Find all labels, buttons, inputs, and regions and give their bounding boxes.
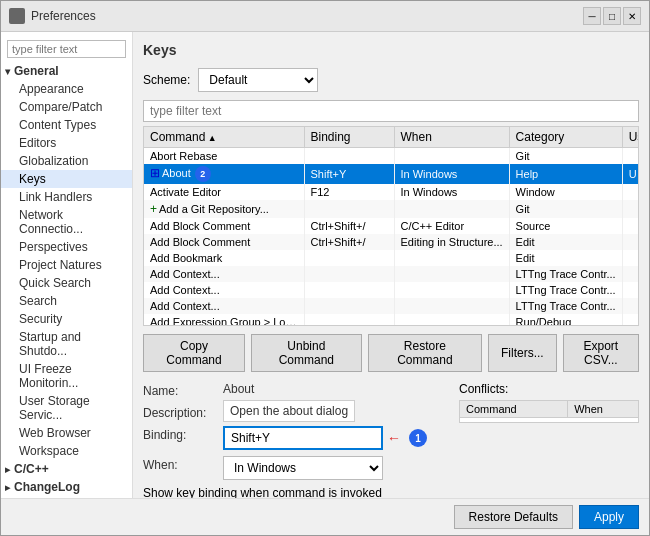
sidebar-item-link-handlers[interactable]: Link Handlers — [1, 188, 132, 206]
cell-user — [622, 266, 639, 282]
window-title: Preferences — [31, 9, 96, 23]
cell-user: U — [622, 164, 639, 184]
sidebar-item-appearance[interactable]: Appearance — [1, 80, 132, 98]
col-command[interactable]: Command — [144, 127, 304, 148]
cell-category: Source — [509, 218, 622, 234]
sidebar-item-quick-search[interactable]: Quick Search — [1, 274, 132, 292]
sidebar-item-general[interactable]: General — [1, 62, 132, 80]
right-panel: Keys Scheme: Default Command Binding — [133, 32, 649, 498]
sidebar-item-compare-patch[interactable]: Compare/Patch — [1, 98, 132, 116]
table-row[interactable]: ⊞About2 Shift+Y In Windows Help U — [144, 164, 639, 184]
cell-command: Add Context... — [144, 282, 304, 298]
sidebar-filter-input[interactable] — [7, 40, 126, 58]
table-row[interactable]: Add Block Comment Ctrl+Shift+/ C/C++ Edi… — [144, 218, 639, 234]
col-category[interactable]: Category — [509, 127, 622, 148]
sidebar-item-editors[interactable]: Editors — [1, 134, 132, 152]
restore-command-button[interactable]: Restore Command — [368, 334, 482, 372]
table-row[interactable]: Add Context... LTTng Trace Contr... — [144, 282, 639, 298]
conflict-col-when: When — [568, 401, 639, 418]
title-bar: Preferences ─ □ ✕ — [1, 1, 649, 32]
col-user[interactable]: User — [622, 127, 639, 148]
minimize-button[interactable]: ─ — [583, 7, 601, 25]
table-row[interactable]: Abort Rebase Git — [144, 148, 639, 165]
binding-badge: 1 — [409, 429, 427, 447]
copy-command-button[interactable]: Copy Command — [143, 334, 245, 372]
sidebar-item-globalization[interactable]: Globalization — [1, 152, 132, 170]
table-row[interactable]: Activate Editor F12 In Windows Window — [144, 184, 639, 200]
cell-command: Add Expression Group > Local Va... — [144, 314, 304, 326]
cell-user — [622, 200, 639, 218]
cell-user — [622, 314, 639, 326]
description-container: Open the about dialog — [223, 404, 449, 418]
maximize-button[interactable]: □ — [603, 7, 621, 25]
sidebar-item-user-storage[interactable]: User Storage Servic... — [1, 392, 132, 424]
sidebar-item-project-natures[interactable]: Project Natures — [1, 256, 132, 274]
cell-when — [394, 250, 509, 266]
cell-command: ⊞About2 — [144, 164, 304, 184]
cell-when — [394, 282, 509, 298]
cell-category: LTTng Trace Contr... — [509, 298, 622, 314]
restore-defaults-button[interactable]: Restore Defaults — [454, 505, 573, 529]
toolbar-right: Filters... Export CSV... — [488, 334, 639, 372]
sidebar-item-web-browser[interactable]: Web Browser — [1, 424, 132, 442]
filters-button[interactable]: Filters... — [488, 334, 557, 372]
description-label: Description: — [143, 404, 223, 420]
sidebar-item-workspace[interactable]: Workspace — [1, 442, 132, 460]
cell-command: +Add a Git Repository... — [144, 200, 304, 218]
table-row[interactable]: +Add a Git Repository... Git — [144, 200, 639, 218]
unbind-command-button[interactable]: Unbind Command — [251, 334, 362, 372]
cell-binding: Ctrl+Shift+/ — [304, 234, 394, 250]
cell-binding — [304, 282, 394, 298]
conflicts-section: Conflicts: Command When — [459, 382, 639, 498]
sidebar-item-startup[interactable]: Startup and Shutdo... — [1, 328, 132, 360]
table-row[interactable]: Add Expression Group > Local Va... Run/D… — [144, 314, 639, 326]
bottom-bar: Restore Defaults Apply — [1, 498, 649, 535]
cell-category: Git — [509, 148, 622, 165]
export-csv-button[interactable]: Export CSV... — [563, 334, 639, 372]
cell-user — [622, 218, 639, 234]
binding-input[interactable] — [223, 426, 383, 450]
when-label: When: — [143, 456, 223, 472]
cell-when — [394, 266, 509, 282]
binding-label: Binding: — [143, 426, 223, 442]
name-label: Name: — [143, 382, 223, 398]
close-button[interactable]: ✕ — [623, 7, 641, 25]
scheme-select[interactable]: Default — [198, 68, 318, 92]
col-when[interactable]: When — [394, 127, 509, 148]
cell-user — [622, 282, 639, 298]
keys-filter-input[interactable] — [143, 100, 639, 122]
scheme-label: Scheme: — [143, 73, 190, 87]
conflicts-table: Command When — [459, 400, 639, 423]
window-controls: ─ □ ✕ — [583, 7, 641, 25]
cell-when: In Windows — [394, 164, 509, 184]
cell-command: Abort Rebase — [144, 148, 304, 165]
sidebar-item-changelog[interactable]: ChangeLog — [1, 478, 132, 496]
sidebar-item-search[interactable]: Search — [1, 292, 132, 310]
cell-category: Edit — [509, 250, 622, 266]
cell-category: LTTng Trace Contr... — [509, 266, 622, 282]
sidebar-item-keys[interactable]: Keys — [1, 170, 132, 188]
cell-category: Help — [509, 164, 622, 184]
cell-command: Add Bookmark — [144, 250, 304, 266]
sidebar-item-security[interactable]: Security — [1, 310, 132, 328]
table-row[interactable]: Add Context... LTTng Trace Contr... — [144, 266, 639, 282]
col-binding[interactable]: Binding — [304, 127, 394, 148]
cell-binding: Shift+Y — [304, 164, 394, 184]
sidebar-item-ui-freeze[interactable]: UI Freeze Monitorin... — [1, 360, 132, 392]
sidebar-item-content-types[interactable]: Content Types — [1, 116, 132, 134]
cell-command: Activate Editor — [144, 184, 304, 200]
apply-button[interactable]: Apply — [579, 505, 639, 529]
sidebar-item-cpp[interactable]: C/C++ — [1, 460, 132, 478]
table-toolbar: Copy Command Unbind Command Restore Comm… — [143, 334, 639, 372]
table-row[interactable]: Add Bookmark Edit — [144, 250, 639, 266]
sidebar-item-network[interactable]: Network Connectio... — [1, 206, 132, 238]
keys-table-container: Command Binding When Category User Abort… — [143, 126, 639, 326]
when-select[interactable]: In Windows — [223, 456, 383, 480]
binding-input-row: ← 1 — [223, 426, 449, 450]
sidebar-item-perspectives[interactable]: Perspectives — [1, 238, 132, 256]
sidebar-filter-container — [1, 36, 132, 62]
cell-when — [394, 298, 509, 314]
table-row[interactable]: Add Block Comment Ctrl+Shift+/ Editing i… — [144, 234, 639, 250]
table-row[interactable]: Add Context... LTTng Trace Contr... — [144, 298, 639, 314]
cell-binding: F12 — [304, 184, 394, 200]
